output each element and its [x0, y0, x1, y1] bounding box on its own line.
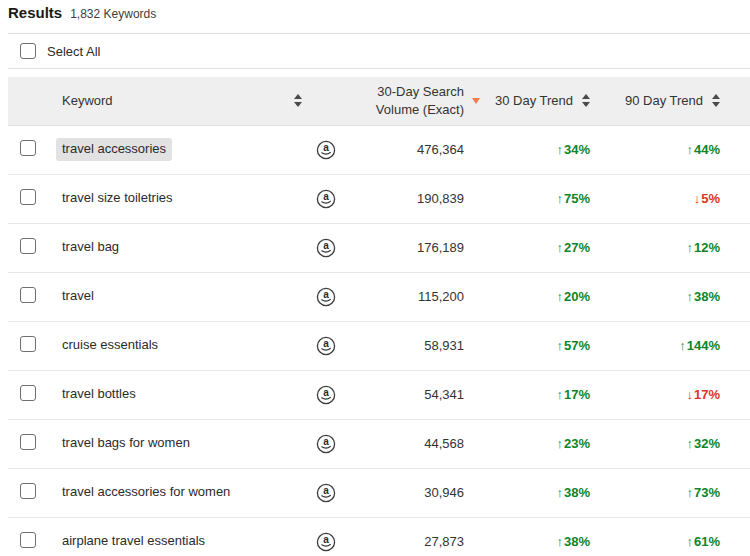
column-label-keyword: Keyword — [62, 92, 113, 110]
row-checkbox[interactable] — [20, 238, 36, 254]
svg-text:a: a — [323, 142, 329, 153]
column-header-trend-30[interactable]: 30 Day Trend — [488, 77, 604, 125]
table-row: travel accessories for women a 30,946 ↑3… — [8, 468, 750, 517]
trend-arrow-icon: ↑ — [556, 338, 563, 353]
search-volume-value: 190,839 — [346, 174, 488, 223]
svg-text:a: a — [323, 387, 329, 398]
keyword-text: airplane travel essentials — [62, 532, 205, 551]
select-all-control[interactable]: Select All — [20, 43, 100, 59]
search-volume-value: 30,946 — [346, 468, 488, 517]
table-header: Keyword 30-Day Search Volume (Exact) 30 … — [8, 77, 750, 125]
amazon-icon[interactable]: a — [316, 336, 336, 356]
results-count: 1,832 Keywords — [70, 7, 156, 21]
row-checkbox[interactable] — [20, 140, 36, 156]
amazon-icon[interactable]: a — [316, 140, 336, 160]
trend-arrow-icon: ↑ — [556, 485, 563, 500]
trend-arrow-icon: ↑ — [556, 534, 563, 549]
search-volume-value: 27,873 — [346, 517, 488, 556]
trend-90-value: ↓17% — [604, 370, 750, 419]
trend-arrow-icon: ↑ — [686, 289, 693, 304]
trend-90-value: ↑44% — [604, 125, 750, 174]
table-row: travel bag a 176,189 ↑27% ↑12% — [8, 223, 750, 272]
search-volume-value: 176,189 — [346, 223, 488, 272]
trend-arrow-icon: ↑ — [556, 142, 563, 157]
amazon-icon[interactable]: a — [316, 189, 336, 209]
trend-90-value: ↑144% — [604, 321, 750, 370]
amazon-icon[interactable]: a — [316, 483, 336, 503]
table-row: travel bags for women a 44,568 ↑23% ↑32% — [8, 419, 750, 468]
trend-arrow-icon: ↑ — [686, 485, 693, 500]
row-checkbox[interactable] — [20, 385, 36, 401]
column-header-keyword[interactable]: Keyword — [52, 77, 306, 125]
amazon-icon[interactable]: a — [316, 385, 336, 405]
keyword-table-body: travel accessories a 476,364 ↑34% ↑44% t… — [8, 125, 750, 556]
amazon-icon[interactable]: a — [316, 532, 336, 552]
column-label-trend-30: 30 Day Trend — [495, 92, 573, 110]
search-volume-value: 58,931 — [346, 321, 488, 370]
trend-arrow-icon: ↑ — [686, 436, 693, 451]
row-checkbox[interactable] — [20, 336, 36, 352]
trend-90-value: ↑61% — [604, 517, 750, 556]
amazon-icon[interactable]: a — [316, 287, 336, 307]
row-checkbox[interactable] — [20, 532, 36, 548]
svg-text:a: a — [323, 289, 329, 300]
results-header: Results 1,832 Keywords — [8, 2, 750, 21]
row-checkbox[interactable] — [20, 287, 36, 303]
trend-90-value: ↑12% — [604, 223, 750, 272]
search-volume-value: 44,568 — [346, 419, 488, 468]
amazon-icon[interactable]: a — [316, 238, 336, 258]
sort-icon — [294, 94, 302, 107]
row-checkbox[interactable] — [20, 434, 36, 450]
trend-30-value: ↑38% — [488, 517, 604, 556]
svg-text:a: a — [323, 191, 329, 202]
row-checkbox[interactable] — [20, 189, 36, 205]
column-label-volume: 30-Day Search Volume (Exact) — [376, 83, 464, 118]
trend-arrow-icon: ↑ — [686, 142, 693, 157]
sort-descending-icon — [472, 98, 480, 104]
trend-arrow-icon: ↑ — [556, 240, 563, 255]
trend-30-value: ↑57% — [488, 321, 604, 370]
sort-icon — [582, 94, 590, 107]
column-header-checkbox — [8, 77, 52, 125]
trend-arrow-icon: ↑ — [556, 387, 563, 402]
trend-30-value: ↑17% — [488, 370, 604, 419]
trend-arrow-icon: ↑ — [556, 191, 563, 206]
trend-90-value: ↓5% — [604, 174, 750, 223]
table-row: travel bottles a 54,341 ↑17% ↓17% — [8, 370, 750, 419]
select-all-bar: Select All — [8, 33, 750, 69]
table-row: travel accessories a 476,364 ↑34% ↑44% — [8, 125, 750, 174]
svg-text:a: a — [323, 240, 329, 251]
svg-text:a: a — [323, 436, 329, 447]
keyword-text: travel bag — [62, 238, 119, 257]
table-row: travel a 115,200 ↑20% ↑38% — [8, 272, 750, 321]
table-row: travel size toiletries a 190,839 ↑75% ↓5… — [8, 174, 750, 223]
search-volume-value: 476,364 — [346, 125, 488, 174]
search-volume-value: 54,341 — [346, 370, 488, 419]
trend-90-value: ↑38% — [604, 272, 750, 321]
trend-90-value: ↑32% — [604, 419, 750, 468]
keyword-table: Keyword 30-Day Search Volume (Exact) 30 … — [8, 77, 750, 556]
column-header-trend-90[interactable]: 90 Day Trend — [604, 77, 750, 125]
trend-arrow-icon: ↓ — [686, 387, 693, 402]
page-title: Results — [8, 4, 62, 21]
svg-text:a: a — [323, 485, 329, 496]
keyword-text: cruise essentials — [62, 336, 158, 355]
table-row: cruise essentials a 58,931 ↑57% ↑144% — [8, 321, 750, 370]
column-header-amazon — [306, 77, 346, 125]
amazon-icon[interactable]: a — [316, 434, 336, 454]
trend-30-value: ↑34% — [488, 125, 604, 174]
keyword-text: travel — [62, 287, 94, 306]
trend-arrow-icon: ↑ — [556, 436, 563, 451]
sort-icon — [712, 94, 720, 107]
keyword-text: travel accessories — [56, 138, 172, 161]
keyword-text: travel size toiletries — [62, 189, 173, 208]
select-all-checkbox[interactable] — [20, 43, 36, 59]
svg-text:a: a — [323, 338, 329, 349]
keyword-results-page: Results 1,832 Keywords Select All Keywor… — [0, 0, 750, 556]
trend-90-value: ↑73% — [604, 468, 750, 517]
column-header-volume[interactable]: 30-Day Search Volume (Exact) — [346, 77, 488, 125]
trend-arrow-icon: ↑ — [686, 240, 693, 255]
row-checkbox[interactable] — [20, 483, 36, 499]
keyword-text: travel accessories for women — [62, 483, 230, 502]
keyword-text: travel bags for women — [62, 434, 190, 453]
